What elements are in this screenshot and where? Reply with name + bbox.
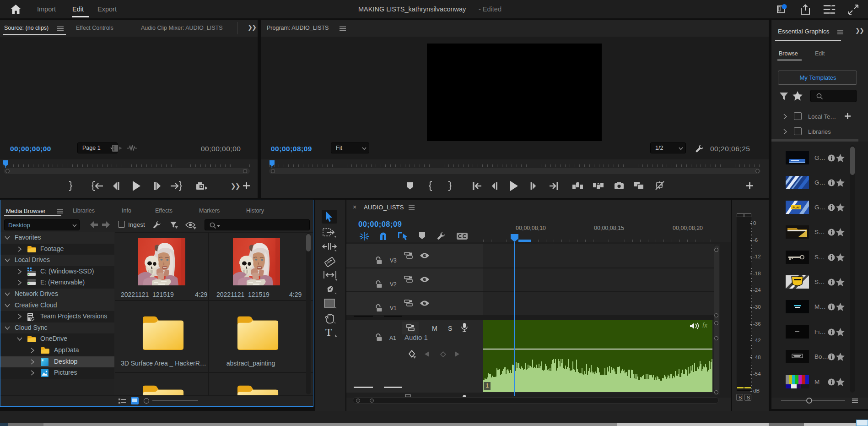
svg-text:PLAY: PLAY <box>793 206 799 209</box>
